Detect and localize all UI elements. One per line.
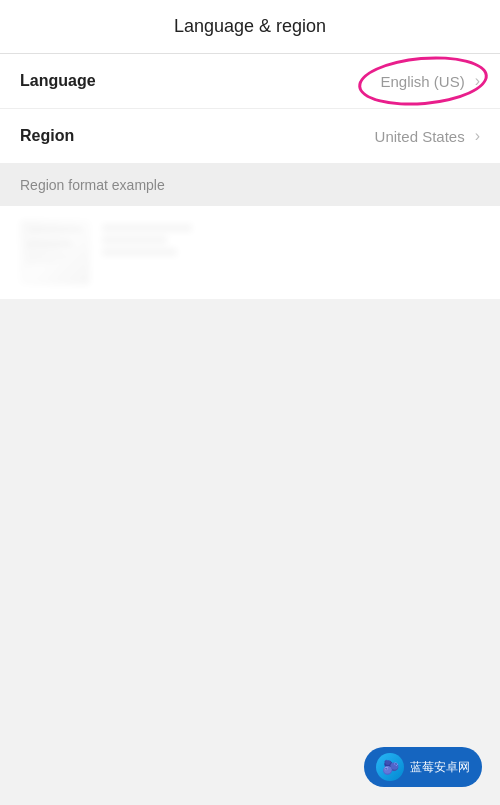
language-setting-item[interactable]: Language English (US) › xyxy=(0,54,500,109)
settings-list: Language English (US) › Region United St… xyxy=(0,54,500,164)
region-format-label: Region format example xyxy=(20,177,165,193)
region-label: Region xyxy=(20,127,74,145)
format-example-box xyxy=(0,206,500,299)
region-format-section: Region format example xyxy=(0,164,500,206)
language-value: English (US) › xyxy=(380,72,480,90)
language-value-text: English (US) xyxy=(380,73,464,90)
watermark: 🫐 蓝莓安卓网 xyxy=(364,747,482,787)
region-setting-item[interactable]: Region United States › xyxy=(0,109,500,164)
watermark-text: 蓝莓安卓网 xyxy=(410,759,470,776)
language-chevron-icon: › xyxy=(475,72,480,90)
empty-area xyxy=(0,299,500,749)
page-header: Language & region xyxy=(0,0,500,54)
language-label: Language xyxy=(20,72,96,90)
region-value-text: United States xyxy=(375,128,465,145)
page-title: Language & region xyxy=(174,16,326,36)
watermark-icon: 🫐 xyxy=(376,753,404,781)
region-value: United States › xyxy=(375,127,480,145)
region-chevron-icon: › xyxy=(475,127,480,145)
blurred-overlay xyxy=(0,206,500,299)
language-value-wrapper: English (US) › xyxy=(380,72,480,90)
